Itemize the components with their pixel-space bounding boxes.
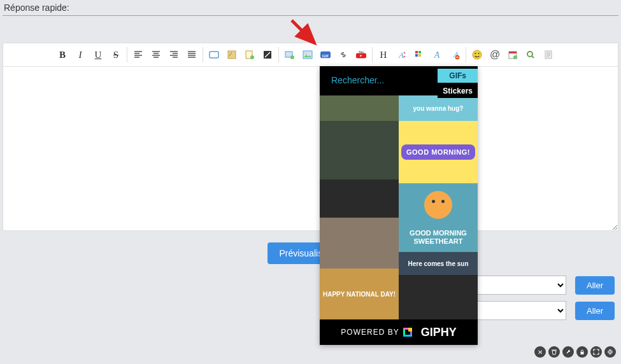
underline-button[interactable]: U xyxy=(91,48,105,62)
go-button-1[interactable]: Aller xyxy=(575,276,615,295)
youtube-button[interactable]: You xyxy=(354,48,368,62)
calendar-button[interactable] xyxy=(506,48,520,62)
expand-icon[interactable] xyxy=(590,346,602,358)
svg-point-8 xyxy=(305,53,307,55)
gif-button[interactable]: GIF xyxy=(318,48,332,62)
font-family-button[interactable]: A xyxy=(430,48,444,62)
svg-text:A: A xyxy=(398,50,404,60)
svg-point-21 xyxy=(473,50,482,59)
gif-item[interactable] xyxy=(320,121,399,179)
gif-item[interactable]: GOOD MORNING SWEETHEART xyxy=(399,183,478,252)
svg-rect-17 xyxy=(418,54,421,57)
svg-rect-7 xyxy=(303,51,312,59)
tab-stickers[interactable]: Stickers xyxy=(438,84,478,98)
emoji-button[interactable] xyxy=(470,48,484,62)
gif-picker: GIFs Stickers HAPPY NATIONAL DAY! you wa… xyxy=(320,66,478,345)
strike-button[interactable]: S xyxy=(109,48,123,62)
gif-search-input[interactable] xyxy=(331,75,427,85)
gif-grid: HAPPY NATIONAL DAY! you wanna hug?GOOD M… xyxy=(320,95,478,319)
svg-rect-16 xyxy=(415,54,418,57)
mention-button[interactable]: @ xyxy=(488,48,502,62)
spoiler-button[interactable] xyxy=(261,48,275,62)
svg-point-27 xyxy=(527,52,532,57)
form-area: Prévisualisation Sau Aller électionner A… xyxy=(0,231,621,320)
svg-rect-1 xyxy=(228,51,236,59)
header-button[interactable]: H xyxy=(376,48,390,62)
note-button[interactable] xyxy=(243,48,257,62)
gif-item[interactable] xyxy=(320,218,399,269)
gif-item[interactable]: HAPPY NATIONAL DAY! xyxy=(320,269,399,319)
divider xyxy=(3,15,618,16)
editor: B I U S GIF You H A A xyxy=(3,43,618,231)
close-icon[interactable]: ✕ xyxy=(534,346,546,358)
bold-button[interactable]: B xyxy=(55,48,69,62)
gif-item[interactable] xyxy=(399,275,478,319)
gif-item[interactable] xyxy=(320,95,399,121)
gif-item[interactable]: you wanna hug? xyxy=(399,95,478,121)
page-button[interactable] xyxy=(541,48,555,62)
svg-rect-0 xyxy=(210,52,218,58)
svg-point-6 xyxy=(290,55,294,59)
share-icon[interactable] xyxy=(562,346,574,358)
toolbar: B I U S GIF You H A A xyxy=(3,43,618,66)
quote-button[interactable] xyxy=(207,48,221,62)
search-button[interactable] xyxy=(524,48,538,62)
tab-gifs[interactable]: GIFs xyxy=(438,69,478,83)
font-color-button[interactable] xyxy=(412,48,426,62)
gif-item[interactable]: Here comes the sun xyxy=(399,252,478,275)
svg-rect-14 xyxy=(415,51,418,53)
svg-rect-28 xyxy=(545,51,552,59)
giphy-attribution: POWERED BY GIPHY xyxy=(320,319,478,345)
align-left-button[interactable] xyxy=(131,48,145,62)
image-host-button[interactable] xyxy=(283,48,297,62)
remove-format-button[interactable]: A xyxy=(448,48,462,62)
svg-rect-29 xyxy=(581,352,584,354)
svg-point-3 xyxy=(250,55,254,59)
svg-point-23 xyxy=(478,53,480,54)
message-textarea[interactable] xyxy=(3,66,618,230)
italic-button[interactable]: I xyxy=(73,48,87,62)
trash-icon[interactable] xyxy=(548,346,560,358)
bottom-icons: ✕ xyxy=(534,346,616,358)
link-button[interactable] xyxy=(336,48,350,62)
svg-text:You: You xyxy=(359,50,364,53)
svg-rect-25 xyxy=(509,52,517,53)
image-button[interactable] xyxy=(301,48,315,62)
svg-point-22 xyxy=(475,53,476,54)
quick-reply-label: Réponse rapide: xyxy=(0,0,621,15)
svg-text:GIF: GIF xyxy=(322,53,329,58)
svg-point-26 xyxy=(513,55,517,59)
align-right-button[interactable] xyxy=(167,48,181,62)
svg-rect-15 xyxy=(418,51,421,53)
collapse-icon[interactable] xyxy=(604,346,616,358)
gif-item[interactable] xyxy=(320,179,399,218)
font-size-button[interactable]: A xyxy=(394,48,408,62)
go-button-2[interactable]: Aller xyxy=(575,302,615,320)
align-justify-button[interactable] xyxy=(185,48,199,62)
svg-text:A: A xyxy=(434,50,440,60)
code-button[interactable] xyxy=(225,48,239,62)
lock-icon[interactable] xyxy=(576,346,588,358)
gif-item[interactable]: GOOD MORNING! xyxy=(399,121,478,183)
align-center-button[interactable] xyxy=(149,48,163,62)
